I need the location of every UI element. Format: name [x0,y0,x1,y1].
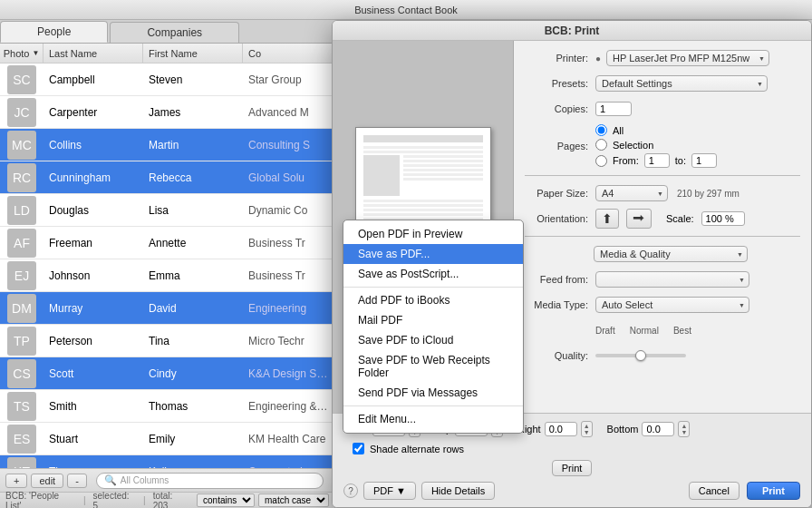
shade-rows-checkbox[interactable] [353,443,364,454]
pages-from-radio[interactable] [595,155,607,167]
feed-from-select[interactable] [595,271,749,288]
contact-lastname: Scott [44,367,143,380]
orientation-row: Orientation: ⬆ ⮕ Scale: [525,209,800,229]
search-bar[interactable]: 🔍 All Columns [96,473,324,489]
media-quality-select[interactable]: Media & Quality [594,246,748,262]
contact-row[interactable]: CS Scott Cindy K&A Design Studio [0,357,334,390]
margin-right-spinner[interactable]: ▲▼ [581,421,593,437]
contact-lastname: Murray [44,302,143,315]
contact-row[interactable]: DM Murray David Engineering [0,292,334,325]
pages-to-label: to: [675,155,686,166]
column-header-lastname[interactable]: Last Name [44,44,143,63]
pages-from-row: From: to: [595,153,717,168]
quality-draft-label: Draft [595,326,615,336]
pages-to-input[interactable] [691,153,717,168]
media-type-select[interactable]: Auto Select [595,297,749,313]
media-type-select-wrapper: Auto Select [595,297,749,313]
avatar: DM [7,294,36,323]
contact-photo: JC [0,96,44,129]
contact-row[interactable]: LD Douglas Lisa Dynamic Co [0,194,334,227]
edit-contact-button[interactable]: edit [31,474,63,488]
contact-company: Advanced M [243,106,334,119]
orientation-landscape-button[interactable]: ⮕ [626,209,652,229]
margin-bottom-input[interactable] [642,422,674,436]
pdf-menu-item-add-ibooks[interactable]: Add PDF to iBooks [343,290,523,310]
margin-bottom-spinner[interactable]: ▲▼ [678,421,690,437]
pdf-menu-item-mail-pdf[interactable]: Mail PDF [343,310,523,330]
paper-size-row: Paper Size: A4 210 by 297 mm [525,183,800,203]
contact-row[interactable]: KT Thompson Kelly Corporate Innova [0,455,334,468]
remove-contact-button[interactable]: - [67,474,87,488]
contact-row[interactable]: RC Cunningham Rebecca Global Solu [0,161,334,194]
contact-company: Star Group [243,73,334,86]
contact-row[interactable]: TP Peterson Tina Micro Techr [0,325,334,357]
column-header-photo[interactable]: Photo ▼ [0,44,44,63]
contact-company: Consulting S [243,139,334,151]
contact-row[interactable]: EJ Johnson Emma Business Tr [0,259,334,292]
help-button[interactable]: ? [343,484,358,498]
contact-lastname: Freeman [44,237,143,249]
avatar: KT [7,457,36,469]
cancel-button[interactable]: Cancel [689,482,740,500]
pdf-menu-item-send-messages[interactable]: Send PDF via Messages [343,383,523,403]
filter-contains-select[interactable]: contains [197,493,255,507]
contact-lastname: Campbell [44,73,143,86]
tab-companies[interactable]: Companies [110,22,239,43]
filter-matchcase-select[interactable]: match case [258,493,329,507]
printer-select[interactable]: HP LaserJet Pro MFP M125nw [606,50,769,66]
pdf-row: ? PDF ▼ Hide Details [343,482,495,500]
contact-row[interactable]: SC Campbell Steven Star Group [0,64,334,96]
contact-company: K&A Design Studio [243,367,334,380]
pages-from-input[interactable] [644,153,670,168]
margin-right-input[interactable] [545,422,577,436]
contact-photo: TP [0,325,44,357]
margin-bottom-field: Bottom ▲▼ [607,421,691,437]
avatar: MC [7,131,36,160]
contact-row[interactable]: JC Carpenter James Advanced M [0,96,334,129]
avatar: TP [7,327,36,356]
column-header-firstname[interactable]: First Name [143,44,243,63]
pages-all-radio[interactable] [595,124,607,136]
search-placeholder: All Columns [121,475,169,485]
contact-company: Dynamic Co [243,204,334,217]
contact-company: Engineering & Mana [243,400,334,413]
contact-row[interactable]: ES Stuart Emily KM Health Care [0,423,334,455]
scale-input[interactable] [701,211,745,226]
print-center-button[interactable]: Print [552,460,593,476]
contact-firstname: Rebecca [143,171,243,184]
presets-select[interactable]: Default Settings [595,75,768,92]
pdf-menu-item-save-postscript[interactable]: Save as PostScript... [343,264,523,284]
column-header-company[interactable]: Co [243,44,334,63]
add-contact-button[interactable]: + [5,474,27,488]
pdf-menu-item-web-receipts[interactable]: Save PDF to Web Receipts Folder [343,350,523,383]
paper-size-select[interactable]: A4 [595,185,668,201]
pdf-menu-item-save-as-pdf[interactable]: Save as PDF... [343,244,523,264]
tab-people[interactable]: People [0,21,108,43]
contact-row[interactable]: MC Collins Martin Consulting S [0,129,334,161]
presets-select-wrapper: Default Settings [595,75,768,92]
hide-details-button[interactable]: Hide Details [421,482,495,500]
orientation-portrait-button[interactable]: ⬆ [595,209,619,229]
contact-company: Business Tr [243,237,334,249]
contact-row[interactable]: AF Freeman Annette Business Tr [0,227,334,259]
pdf-menu-divider [343,287,523,288]
contact-rows: SC Campbell Steven Star Group JC Carpent… [0,64,334,468]
quality-slider[interactable] [595,354,686,357]
contact-photo: DM [0,292,44,325]
pdf-menu-item-open-preview[interactable]: Open PDF in Preview [343,224,523,244]
copies-input[interactable] [595,102,632,116]
contact-photo: MC [0,129,44,161]
contact-firstname: Martin [143,139,243,151]
feed-from-row: Feed from: [525,269,800,289]
printer-radio-icon: ● [595,54,601,64]
contact-photo: SC [0,64,44,96]
contact-row[interactable]: TS Smith Thomas Engineering & Mana [0,390,334,423]
pages-selection-radio[interactable] [595,139,607,151]
contact-photo: KT [0,455,44,469]
pages-radio-group: All Selection From: t [595,124,717,168]
pdf-menu-item-add-icloud[interactable]: Save PDF to iCloud [343,330,523,350]
scale-label: Scale: [666,213,694,224]
pdf-menu-item-edit-menu[interactable]: Edit Menu... [343,409,523,429]
pdf-button[interactable]: PDF ▼ [363,482,416,500]
print-button[interactable]: Print [747,482,800,500]
